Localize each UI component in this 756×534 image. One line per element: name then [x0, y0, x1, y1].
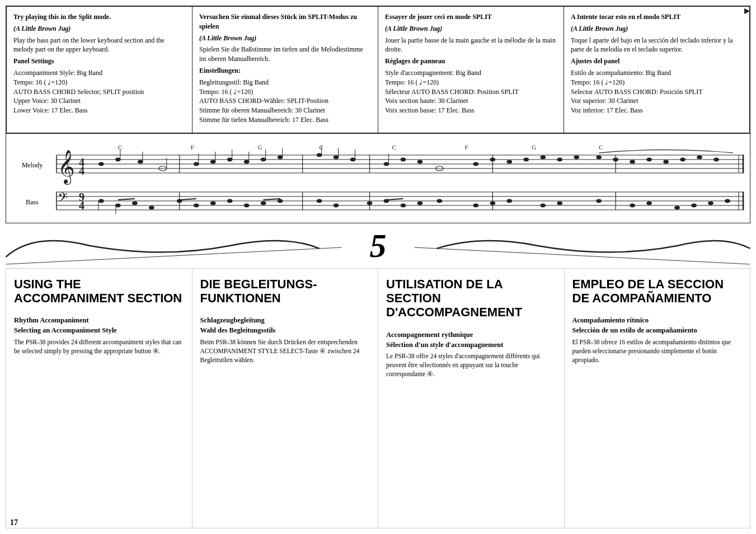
svg-point-102 — [400, 203, 406, 207]
bottom-col2-body: Beim PSR-38 können Sie durch Drücken der… — [200, 338, 370, 364]
top-col4-settings-head: Ajustes del panel — [571, 57, 743, 66]
svg-text:F: F — [191, 144, 194, 151]
svg-point-99 — [334, 203, 339, 207]
svg-point-73 — [523, 157, 529, 161]
svg-text:C: C — [392, 144, 396, 151]
melody-label: Melody — [22, 161, 43, 169]
bottom-col4-sub: Acompañamiento rítmico Selección de un e… — [572, 315, 743, 335]
svg-point-105 — [473, 203, 478, 207]
section-divider: 5 — [6, 226, 750, 265]
page-arrow: ▸ — [744, 4, 749, 17]
svg-point-85 — [98, 199, 104, 203]
svg-line-117 — [118, 199, 135, 200]
top-col2-settings: Begleitungsstil: Big Band Tempo: 16 ( ♩=… — [199, 78, 371, 125]
svg-point-68 — [417, 160, 422, 163]
svg-point-103 — [417, 201, 422, 205]
bottom-col-french: UTILISATION DE LA SECTION D'ACCOMPAGNEME… — [378, 269, 565, 528]
svg-line-118 — [180, 199, 196, 200]
svg-point-40 — [98, 162, 104, 166]
svg-point-83 — [697, 155, 702, 159]
bottom-col3-title: UTILISATION DE LA SECTION D'ACCOMPAGNEME… — [386, 277, 556, 320]
top-col4-body: Toque l aparte del bajo en la sección de… — [571, 36, 743, 55]
svg-point-75 — [557, 157, 562, 161]
svg-text:F: F — [464, 144, 468, 151]
top-col3-settings: Style d'accompagnement: Big Band Tempo: … — [385, 68, 557, 115]
top-col1-settings-head: Panel Settings — [13, 57, 185, 66]
svg-point-107 — [506, 199, 512, 203]
top-col2-title: Versuchen Sie einmal dieses Stück im SPL… — [199, 12, 371, 31]
svg-text:𝄢: 𝄢 — [58, 190, 68, 208]
top-col-french: Essayer de jouer ceci en mode SPLIT (A L… — [378, 7, 564, 133]
bottom-col2-sub: Schlagzeugbegleitung Wahl des Begleitung… — [200, 315, 370, 335]
svg-point-67 — [400, 157, 406, 161]
bottom-col1-sub: Rhythm Accompaniment Selecting an Accomp… — [14, 315, 184, 335]
svg-point-80 — [646, 157, 652, 161]
svg-line-122 — [415, 247, 750, 264]
svg-point-98 — [317, 199, 322, 203]
top-col4-title: A Intente tocar esto en el modo SPLIT — [571, 12, 743, 22]
svg-point-94 — [227, 199, 233, 203]
svg-point-81 — [663, 160, 669, 163]
svg-point-90 — [149, 205, 154, 209]
section-number: 5 — [364, 229, 392, 263]
top-col1-settings: Accompaniment Style: Big Band Tempo: 16 … — [13, 68, 185, 115]
svg-point-113 — [674, 205, 680, 209]
svg-point-109 — [557, 201, 562, 205]
svg-point-72 — [506, 160, 512, 163]
top-col4-subtitle: (A Little Brown Jug) — [571, 24, 743, 34]
svg-point-100 — [367, 201, 373, 205]
bottom-col1-title: USING THE ACCOMPANIMENT SECTION — [14, 277, 184, 306]
top-col4-settings: Estilo de acompañamiento: Big Band Tempo… — [571, 68, 743, 115]
svg-point-76 — [574, 155, 579, 159]
staff-svg: Melody Bass 𝄞 4 4 𝄢 — [6, 138, 750, 225]
top-col2-body: Spielen Sie die Baßstimme im tiefen und … — [199, 45, 371, 64]
svg-line-119 — [264, 199, 280, 200]
svg-point-96 — [261, 201, 266, 205]
top-col3-title: Essayer de jouer ceci en mode SPLIT — [385, 12, 557, 22]
svg-point-116 — [725, 199, 730, 203]
top-col2-settings-head: Einstellungen: — [199, 66, 371, 76]
svg-point-92 — [194, 203, 199, 207]
bottom-col2-title: DIE BEGLEITUNGS-FUNKTIONEN — [200, 277, 370, 306]
top-col1-title: Try playing this in the Split mode. — [13, 12, 185, 22]
bottom-col-english: USING THE ACCOMPANIMENT SECTION Rhythm A… — [6, 269, 192, 528]
svg-point-82 — [680, 157, 685, 161]
top-col3-body: Jouer la partie basse de la main gauche … — [385, 36, 557, 55]
svg-line-120 — [386, 199, 403, 200]
bottom-col3-body: Le PSR-38 offre 24 styles d'accompagneme… — [386, 352, 556, 378]
bottom-col3-sub: Accompagnement rythmique Sélection d'un … — [386, 330, 556, 350]
svg-text:G: G — [532, 144, 536, 151]
svg-line-121 — [6, 247, 342, 264]
bottom-col-german: DIE BEGLEITUNGS-FUNKTIONEN Schlagzeugbeg… — [192, 269, 379, 528]
bottom-col4-title: EMPLEO DE LA SECCION DE ACOMPAÑAMIENTO — [572, 277, 743, 306]
top-col-spanish: A Intente tocar esto en el modo SPLIT (A… — [564, 7, 749, 133]
top-col3-settings-head: Réglages de panneau — [385, 57, 557, 66]
svg-point-77 — [596, 155, 602, 159]
svg-text:G: G — [258, 144, 262, 151]
top-section: Try playing this in the Split mode. (A L… — [6, 6, 750, 134]
svg-text:C: C — [599, 144, 603, 151]
music-staff: Melody Bass 𝄞 4 4 𝄢 — [6, 134, 750, 223]
svg-point-95 — [244, 203, 250, 207]
top-col1-body: Play the bass part on the lower keyboard… — [13, 36, 185, 55]
svg-point-110 — [596, 199, 602, 203]
top-col-german: Versuchen Sie einmal dieses Stück im SPL… — [192, 7, 378, 133]
svg-text:4: 4 — [79, 165, 84, 177]
page-number: 17 — [10, 518, 18, 527]
top-col-english: Try playing this in the Split mode. (A L… — [7, 7, 192, 133]
svg-point-71 — [490, 157, 495, 161]
svg-point-104 — [436, 199, 442, 203]
bottom-col1-body: The PSR-38 provides 24 different accompa… — [14, 338, 184, 355]
svg-point-93 — [210, 201, 216, 205]
svg-point-114 — [691, 203, 697, 207]
svg-point-84 — [713, 157, 719, 161]
svg-point-106 — [490, 201, 495, 205]
svg-point-97 — [278, 199, 283, 203]
svg-point-115 — [708, 201, 713, 205]
bottom-col-spanish: EMPLEO DE LA SECCION DE ACOMPAÑAMIENTO A… — [565, 269, 750, 528]
svg-point-112 — [646, 201, 652, 205]
svg-point-70 — [473, 162, 478, 166]
svg-point-79 — [630, 160, 635, 163]
bottom-section: USING THE ACCOMPANIMENT SECTION Rhythm A… — [6, 268, 750, 528]
svg-text:𝄞: 𝄞 — [58, 150, 75, 185]
